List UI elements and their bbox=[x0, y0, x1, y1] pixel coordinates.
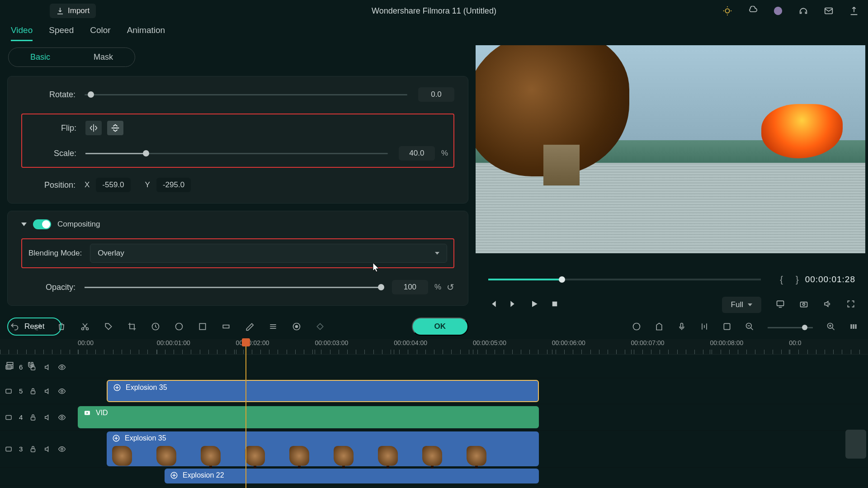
magnet-icon[interactable] bbox=[26, 361, 35, 372]
svg-point-29 bbox=[61, 390, 63, 392]
clip-label: Explosion 35 bbox=[125, 434, 166, 442]
fullscreen-icon[interactable] bbox=[846, 299, 855, 311]
zoom-slider[interactable] bbox=[768, 327, 813, 328]
opacity-reset-icon[interactable]: ↺ bbox=[447, 282, 454, 293]
subtab-group: Basic Mask bbox=[8, 47, 135, 67]
compositing-toggle[interactable] bbox=[33, 219, 51, 229]
stop-button[interactable] bbox=[551, 300, 559, 310]
zoom-out-icon[interactable] bbox=[745, 322, 754, 333]
visibility-icon[interactable] bbox=[58, 387, 66, 395]
playhead[interactable] bbox=[245, 339, 246, 488]
prev-frame-button[interactable] bbox=[488, 299, 497, 311]
reset-button[interactable]: Reset bbox=[7, 317, 61, 336]
svg-rect-35 bbox=[6, 447, 11, 451]
voiceover-icon[interactable] bbox=[677, 322, 686, 333]
mark-in-icon[interactable]: { bbox=[780, 275, 783, 285]
mute-icon[interactable] bbox=[43, 445, 52, 453]
flip-vertical-button[interactable] bbox=[107, 121, 123, 135]
scale-value[interactable]: 40.0 bbox=[399, 146, 435, 161]
position-y-label: Y bbox=[145, 180, 150, 190]
clip-vid[interactable]: VID bbox=[78, 406, 539, 428]
clip-label: Explosion 22 bbox=[183, 471, 224, 479]
svg-rect-21 bbox=[853, 324, 854, 329]
position-label: Position: bbox=[21, 180, 85, 190]
headset-icon[interactable] bbox=[798, 6, 808, 16]
mute-icon[interactable] bbox=[43, 413, 52, 422]
volume-icon[interactable] bbox=[823, 299, 832, 311]
play-button[interactable] bbox=[530, 299, 539, 311]
cloud-icon[interactable] bbox=[748, 6, 758, 16]
next-frame-button[interactable] bbox=[509, 299, 518, 311]
blend-mode-highlight: Blending Mode: Overlay bbox=[21, 238, 454, 268]
track-row-6: 6 bbox=[0, 356, 868, 378]
subtab-basic[interactable]: Basic bbox=[9, 48, 72, 66]
scale-slider[interactable] bbox=[85, 153, 388, 154]
track-row-2: Explosion 22 bbox=[0, 468, 868, 486]
preview-scrubber[interactable] bbox=[488, 279, 761, 280]
mark-out-icon[interactable]: } bbox=[796, 275, 799, 285]
clip-label: Explosion 35 bbox=[126, 384, 167, 392]
subtab-mask[interactable]: Mask bbox=[72, 48, 135, 66]
svg-point-0 bbox=[725, 9, 729, 13]
chevron-down-icon bbox=[435, 252, 439, 255]
timeline-scroll-thumb[interactable] bbox=[845, 430, 866, 459]
tab-speed[interactable]: Speed bbox=[49, 25, 74, 41]
track-manager-icon[interactable] bbox=[5, 361, 14, 372]
mail-icon[interactable] bbox=[824, 6, 834, 16]
zoom-in-icon[interactable] bbox=[826, 322, 835, 333]
preview-canvas[interactable] bbox=[476, 45, 865, 253]
mute-icon[interactable] bbox=[43, 387, 52, 395]
position-x-input[interactable]: -559.0 bbox=[96, 178, 130, 192]
svg-point-26 bbox=[61, 366, 63, 368]
display-icon[interactable] bbox=[776, 299, 785, 311]
adjust-icon[interactable] bbox=[722, 322, 731, 333]
position-x-label: X bbox=[85, 180, 90, 190]
render-icon[interactable] bbox=[632, 322, 641, 333]
rotate-slider[interactable] bbox=[85, 94, 407, 95]
svg-rect-3 bbox=[552, 301, 557, 306]
transform-section: Rotate: 0.0 Flip: Scale: bbox=[7, 76, 468, 204]
cursor-pointer bbox=[373, 262, 380, 272]
flip-label: Flip: bbox=[28, 123, 85, 133]
svg-point-6 bbox=[803, 303, 805, 305]
flip-horizontal-button[interactable] bbox=[85, 121, 102, 135]
visibility-icon[interactable] bbox=[58, 445, 66, 453]
snapshot-icon[interactable] bbox=[799, 299, 808, 311]
property-tabs: Video Speed Color Animation bbox=[5, 22, 471, 41]
position-y-input[interactable]: -295.0 bbox=[156, 178, 191, 192]
svg-point-33 bbox=[61, 416, 63, 418]
timeline-ruler[interactable]: 00:00 00:00:01:00 00:00:02:00 00:00:03:0… bbox=[0, 339, 868, 355]
blend-mode-value: Overlay bbox=[98, 249, 124, 258]
opacity-value[interactable]: 100 bbox=[392, 280, 428, 294]
properties-panel: Video Speed Color Animation Basic Mask R… bbox=[0, 22, 476, 316]
timecode-display: 00:00:01:28 bbox=[805, 275, 855, 284]
clip-explosion-35-top[interactable]: Explosion 35 bbox=[107, 380, 539, 402]
marker-icon[interactable] bbox=[655, 322, 664, 333]
import-button[interactable]: Import bbox=[50, 4, 96, 18]
collapse-icon[interactable] bbox=[21, 223, 27, 226]
lock-icon[interactable] bbox=[29, 413, 37, 422]
audio-mix-icon[interactable] bbox=[700, 322, 709, 333]
visibility-icon[interactable] bbox=[58, 363, 66, 371]
ok-button[interactable]: OK bbox=[412, 317, 469, 336]
clip-explosion-22[interactable]: Explosion 22 bbox=[165, 469, 539, 483]
clip-explosion-35-bottom[interactable]: Explosion 35 bbox=[107, 431, 539, 466]
tab-color[interactable]: Color bbox=[90, 25, 110, 41]
track-row-5: 5 Explosion 35 bbox=[0, 378, 868, 404]
header-icons bbox=[722, 6, 859, 16]
mute-icon[interactable] bbox=[43, 363, 52, 371]
blend-mode-select[interactable]: Overlay bbox=[90, 244, 447, 263]
tips-icon[interactable] bbox=[722, 6, 732, 16]
account-icon[interactable] bbox=[773, 6, 783, 16]
tab-animation[interactable]: Animation bbox=[127, 25, 165, 41]
app-header: Import Wondershare Filmora 11 (Untitled) bbox=[0, 0, 868, 22]
export-icon[interactable] bbox=[849, 6, 859, 16]
fit-icon[interactable] bbox=[849, 322, 858, 333]
visibility-icon[interactable] bbox=[58, 413, 66, 422]
lock-icon[interactable] bbox=[29, 387, 37, 395]
preview-quality-select[interactable]: Full bbox=[722, 297, 761, 313]
lock-icon[interactable] bbox=[29, 445, 37, 453]
opacity-slider[interactable] bbox=[85, 287, 381, 288]
tab-video[interactable]: Video bbox=[11, 25, 33, 41]
rotate-value[interactable]: 0.0 bbox=[418, 87, 454, 102]
